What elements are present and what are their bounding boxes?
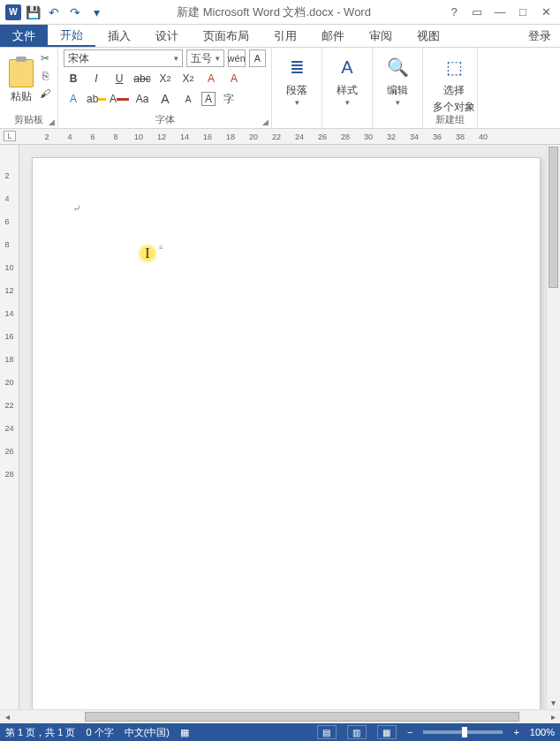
ruler-tick: 6	[81, 132, 104, 141]
ruler-tick: 40	[472, 132, 495, 141]
group-styles: A 样式 ▾	[322, 48, 373, 128]
font-color-button[interactable]: A	[110, 90, 129, 108]
styles-label: 样式	[337, 83, 358, 98]
zoom-in-button[interactable]: +	[513, 727, 518, 737]
vscroll-thumb[interactable]	[549, 147, 558, 288]
ruler-tick: 24	[288, 132, 311, 141]
close-icon[interactable]: ✕	[535, 4, 556, 21]
font-color-a-button[interactable]: A	[64, 90, 83, 108]
scroll-right-icon[interactable]: ▸	[546, 710, 560, 723]
underline-button[interactable]: U	[110, 70, 129, 87]
styles-button[interactable]: A 样式 ▾	[328, 49, 367, 107]
subscript-button[interactable]: X2	[155, 70, 175, 87]
save-icon[interactable]: 💾	[25, 4, 41, 20]
zoom-level[interactable]: 100%	[530, 727, 555, 737]
tab-insert[interactable]: 插入	[95, 25, 143, 47]
ribbon-tabs: 文件 开始 插入 设计 页面布局 引用 邮件 审阅 视图 登录	[0, 25, 560, 48]
superscript-button[interactable]: X2	[178, 70, 198, 87]
select-objects-icon: ⬚	[440, 53, 468, 81]
scroll-left-icon[interactable]: ◂	[0, 710, 14, 723]
text-effects-button[interactable]: A	[201, 70, 221, 87]
restore-icon[interactable]: □	[512, 4, 534, 21]
font-size-combo[interactable]: 五号 ▾	[186, 49, 224, 67]
paste-label: 粘贴	[11, 89, 32, 104]
font-group-label: 字体	[58, 113, 271, 126]
redo-icon[interactable]: ↷	[67, 4, 83, 20]
scroll-down-icon[interactable]: ▾	[547, 695, 560, 709]
change-case-button[interactable]: Aa	[132, 90, 152, 108]
tab-home[interactable]: 开始	[48, 25, 95, 47]
paragraph-button[interactable]: ≣ 段落 ▾	[277, 49, 316, 107]
vruler-tick: 16	[4, 332, 13, 355]
ruler-tick: 28	[334, 132, 357, 141]
zoom-slider[interactable]	[423, 730, 503, 734]
page-scroll[interactable]: ⤶ I ≡	[19, 145, 560, 709]
tab-review[interactable]: 审阅	[357, 25, 405, 47]
quick-access-toolbar: 💾 ↶ ↷ ▾	[25, 4, 104, 20]
tab-references[interactable]: 引用	[261, 25, 309, 47]
font-name-combo[interactable]: 宋体 ▾	[64, 49, 183, 67]
horizontal-scrollbar[interactable]: ◂ ▸	[0, 709, 560, 723]
vruler-tick: 2	[4, 171, 13, 194]
language-status[interactable]: 中文(中国)	[125, 726, 170, 739]
hscroll-track[interactable]	[14, 710, 546, 723]
clear-format-button[interactable]: A	[224, 70, 244, 87]
cut-icon[interactable]: ✂	[38, 51, 52, 65]
macro-record-icon[interactable]: ▦	[180, 727, 189, 738]
circled-char-button[interactable]: 字	[219, 90, 238, 108]
ruler-tick: 38	[449, 132, 472, 141]
tab-design[interactable]: 设计	[143, 25, 191, 47]
undo-icon[interactable]: ↶	[46, 4, 62, 20]
tab-mail[interactable]: 邮件	[309, 25, 357, 47]
tab-file[interactable]: 文件	[0, 25, 48, 47]
tab-selector-icon[interactable]: L	[4, 131, 16, 141]
vertical-scrollbar[interactable]: ▴ ▾	[546, 145, 560, 709]
hscroll-thumb[interactable]	[85, 712, 519, 722]
tab-view[interactable]: 视图	[405, 25, 452, 47]
paragraph-label: 段落	[286, 83, 307, 98]
chevron-down-icon: ▾	[396, 98, 400, 107]
font-launcher-icon[interactable]: ◢	[262, 117, 269, 126]
enclose-char-button[interactable]: A	[249, 49, 266, 67]
vruler-tick: 14	[4, 309, 13, 332]
tab-layout[interactable]: 页面布局	[191, 25, 261, 47]
minimize-icon[interactable]: —	[489, 4, 511, 21]
char-border-button[interactable]: A	[201, 92, 216, 106]
editing-button[interactable]: 🔍 编辑 ▾	[378, 49, 417, 107]
page-status[interactable]: 第 1 页，共 1 页	[5, 726, 75, 739]
ruler-tick: 10	[127, 132, 150, 141]
help-icon[interactable]: ?	[443, 4, 465, 21]
horizontal-ruler[interactable]: L 246810121416182022242628303234363840	[0, 129, 560, 145]
paste-button[interactable]: 粘贴	[5, 49, 36, 113]
italic-button[interactable]: I	[87, 70, 106, 87]
vruler-tick: 22	[4, 401, 13, 424]
qat-more-icon[interactable]: ▾	[88, 4, 104, 20]
read-mode-icon[interactable]: ▤	[317, 725, 337, 739]
web-layout-icon[interactable]: ▦	[377, 725, 397, 739]
chevron-down-icon: ▾	[345, 98, 350, 107]
vruler-tick: 26	[4, 447, 13, 470]
phonetic-guide-button[interactable]: wén	[228, 49, 246, 67]
group-select-objects: ⬚ 选择 多个对象 新建组	[423, 48, 478, 128]
bold-button[interactable]: B	[64, 70, 83, 87]
print-layout-icon[interactable]: ▥	[347, 725, 367, 739]
paragraph-mark-icon: ⤶	[72, 202, 81, 215]
grow-font-button[interactable]: A	[155, 90, 175, 108]
zoom-handle[interactable]	[462, 727, 467, 737]
ribbon-options-icon[interactable]: ▭	[466, 4, 488, 21]
ruler-tick: 36	[426, 132, 449, 141]
clipboard-launcher-icon[interactable]: ◢	[49, 117, 55, 126]
vertical-ruler[interactable]: 246810121416182022242628	[0, 145, 19, 709]
copy-icon[interactable]: ⎘	[38, 69, 52, 83]
word-count[interactable]: 0 个字	[86, 726, 113, 739]
strikethrough-button[interactable]: abc	[132, 70, 152, 87]
document-page[interactable]: ⤶ I ≡	[32, 157, 541, 709]
font-name-value: 宋体	[68, 51, 89, 66]
login-link[interactable]: 登录	[519, 25, 560, 47]
zoom-out-button[interactable]: −	[407, 727, 412, 737]
format-painter-icon[interactable]: 🖌	[38, 87, 52, 101]
select-objects-button[interactable]: ⬚ 选择 多个对象	[428, 49, 480, 115]
highlight-button[interactable]: ab	[87, 90, 106, 108]
vruler-tick: 10	[4, 263, 13, 286]
shrink-font-button[interactable]: A	[178, 90, 198, 108]
